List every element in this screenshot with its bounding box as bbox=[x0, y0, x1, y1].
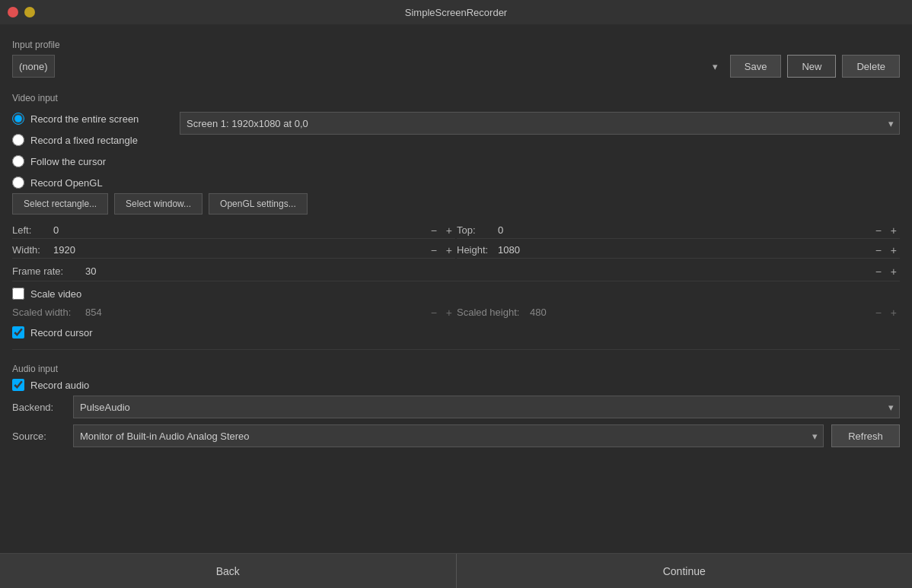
backend-select[interactable]: PulseAudio bbox=[73, 396, 900, 418]
record-cursor-checkbox[interactable] bbox=[12, 326, 24, 338]
audio-input-label: Audio input bbox=[12, 364, 900, 374]
delete-button[interactable]: Delete bbox=[842, 55, 900, 78]
video-input-label: Video input bbox=[12, 93, 900, 103]
source-label: Source: bbox=[12, 431, 65, 442]
scaled-height-minus-button: − bbox=[872, 307, 885, 318]
profile-select[interactable]: (none) bbox=[12, 55, 55, 78]
new-button[interactable]: New bbox=[787, 55, 836, 78]
source-select-wrapper: Monitor of Built-in Audio Analog Stereo bbox=[73, 424, 824, 447]
height-btns: − + bbox=[872, 245, 900, 256]
main-content: Input profile (none) Save New Delete Vid… bbox=[0, 24, 912, 553]
scaled-height-value: 480 bbox=[530, 307, 868, 318]
continue-button[interactable]: Continue bbox=[457, 554, 913, 588]
radio-col: Record the entire screen Record a fixed … bbox=[12, 108, 180, 193]
backend-label: Backend: bbox=[12, 402, 65, 413]
backend-select-wrapper: PulseAudio bbox=[73, 396, 900, 418]
framerate-minus-button[interactable]: − bbox=[872, 266, 885, 277]
video-input-grid: Record the entire screen Record a fixed … bbox=[12, 108, 900, 193]
back-button[interactable]: Back bbox=[0, 554, 457, 588]
scale-video-label[interactable]: Scale video bbox=[30, 288, 81, 300]
radio-entire-screen-label[interactable]: Record the entire screen bbox=[30, 113, 139, 125]
top-value: 0 bbox=[498, 224, 868, 236]
top-coord: Top: 0 − + bbox=[457, 222, 900, 239]
width-label: Width: bbox=[12, 244, 49, 256]
radio-opengl[interactable] bbox=[12, 176, 24, 189]
profile-row: (none) Save New Delete bbox=[12, 55, 900, 78]
coords-row-bottom: Width: 1920 − + Height: 1080 − + bbox=[12, 242, 900, 259]
radio-opengl-label[interactable]: Record OpenGL bbox=[30, 177, 103, 189]
backend-row: Backend: PulseAudio bbox=[12, 396, 900, 418]
left-plus-button[interactable]: + bbox=[443, 225, 455, 236]
left-label: Left: bbox=[12, 224, 49, 236]
scaled-width-btns: − + bbox=[428, 307, 455, 318]
radio-row-entire-screen: Record the entire screen bbox=[12, 108, 180, 129]
radio-row-fixed-rectangle: Record a fixed rectangle bbox=[12, 129, 180, 151]
radio-fixed-rectangle-label[interactable]: Record a fixed rectangle bbox=[30, 135, 138, 146]
screen-select[interactable]: Screen 1: 1920x1080 at 0,0 bbox=[180, 112, 900, 135]
framerate-row: Frame rate: 30 − + bbox=[12, 262, 900, 281]
select-window-button[interactable]: Select window... bbox=[114, 193, 202, 215]
input-profile-label: Input profile bbox=[12, 40, 900, 50]
height-plus-button[interactable]: + bbox=[888, 245, 900, 256]
scale-video-row: Scale video bbox=[12, 288, 900, 300]
scaled-height-btns: − + bbox=[872, 307, 900, 318]
framerate-btns: − + bbox=[872, 266, 900, 277]
save-button[interactable]: Save bbox=[730, 55, 782, 78]
left-value: 0 bbox=[53, 224, 423, 236]
coords-row-top: Left: 0 − + Top: 0 − + bbox=[12, 222, 900, 239]
app-title: SimpleScreenRecorder bbox=[405, 7, 507, 18]
bottom-bar: Back Continue bbox=[0, 553, 912, 588]
screen-col: Screen 1: 1920x1080 at 0,0 bbox=[180, 108, 900, 135]
top-btns: − + bbox=[872, 225, 900, 236]
radio-fixed-rectangle[interactable] bbox=[12, 134, 24, 146]
scaled-height-plus-button: + bbox=[888, 307, 900, 318]
source-row: Source: Monitor of Built-in Audio Analog… bbox=[12, 424, 900, 447]
divider bbox=[12, 349, 900, 350]
width-minus-button[interactable]: − bbox=[428, 245, 440, 256]
record-audio-row: Record audio bbox=[12, 379, 900, 391]
scaled-width-item: Scaled width: 854 − + bbox=[12, 304, 455, 320]
close-button[interactable] bbox=[8, 7, 18, 17]
window-controls bbox=[8, 7, 35, 17]
screen-select-wrapper: Screen 1: 1920x1080 at 0,0 bbox=[180, 112, 900, 135]
opengl-settings-button[interactable]: OpenGL settings... bbox=[209, 193, 308, 215]
height-minus-button[interactable]: − bbox=[872, 245, 885, 256]
select-rectangle-button[interactable]: Select rectangle... bbox=[12, 193, 108, 215]
framerate-label: Frame rate: bbox=[12, 265, 81, 277]
record-cursor-row: Record cursor bbox=[12, 326, 900, 338]
top-plus-button[interactable]: + bbox=[888, 225, 900, 236]
profile-select-wrapper: (none) bbox=[12, 55, 724, 78]
scaled-width-plus-button: + bbox=[443, 307, 455, 318]
source-select[interactable]: Monitor of Built-in Audio Analog Stereo bbox=[73, 424, 824, 447]
record-audio-label[interactable]: Record audio bbox=[30, 380, 89, 391]
radio-row-opengl: Record OpenGL bbox=[12, 172, 180, 193]
scaled-height-item: Scaled height: 480 − + bbox=[457, 304, 900, 320]
titlebar: SimpleScreenRecorder bbox=[0, 0, 912, 24]
minimize-button[interactable] bbox=[24, 7, 35, 17]
scaled-row: Scaled width: 854 − + Scaled height: 480… bbox=[12, 304, 900, 320]
scaled-height-label: Scaled height: bbox=[457, 307, 525, 318]
width-btns: − + bbox=[428, 245, 455, 256]
top-minus-button[interactable]: − bbox=[872, 225, 885, 236]
radio-entire-screen[interactable] bbox=[12, 113, 24, 125]
left-minus-button[interactable]: − bbox=[428, 225, 440, 236]
record-cursor-label[interactable]: Record cursor bbox=[30, 327, 93, 338]
scaled-width-minus-button: − bbox=[428, 307, 440, 318]
width-plus-button[interactable]: + bbox=[443, 245, 455, 256]
width-coord: Width: 1920 − + bbox=[12, 242, 455, 259]
height-label: Height: bbox=[457, 244, 493, 256]
framerate-value: 30 bbox=[85, 265, 868, 277]
scale-video-checkbox[interactable] bbox=[12, 288, 24, 300]
action-btns-row: Select rectangle... Select window... Ope… bbox=[12, 193, 900, 215]
left-btns: − + bbox=[428, 225, 455, 236]
radio-follow-cursor[interactable] bbox=[12, 155, 24, 167]
scaled-width-value: 854 bbox=[85, 307, 423, 318]
height-coord: Height: 1080 − + bbox=[457, 242, 900, 259]
framerate-plus-button[interactable]: + bbox=[888, 266, 900, 277]
scaled-width-label: Scaled width: bbox=[12, 307, 81, 318]
width-value: 1920 bbox=[53, 244, 423, 256]
radio-follow-cursor-label[interactable]: Follow the cursor bbox=[30, 156, 106, 167]
left-coord: Left: 0 − + bbox=[12, 222, 455, 239]
refresh-button[interactable]: Refresh bbox=[831, 424, 900, 447]
record-audio-checkbox[interactable] bbox=[12, 379, 24, 391]
